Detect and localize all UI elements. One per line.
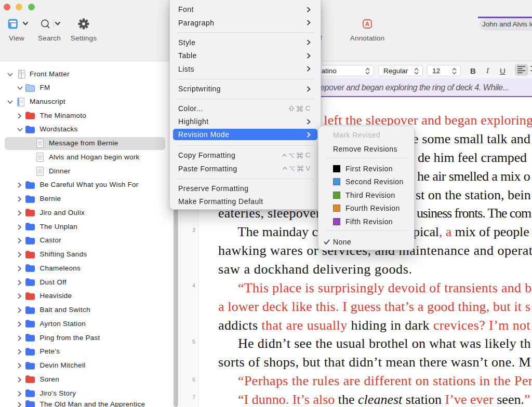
svg-text:A: A [365, 21, 369, 27]
